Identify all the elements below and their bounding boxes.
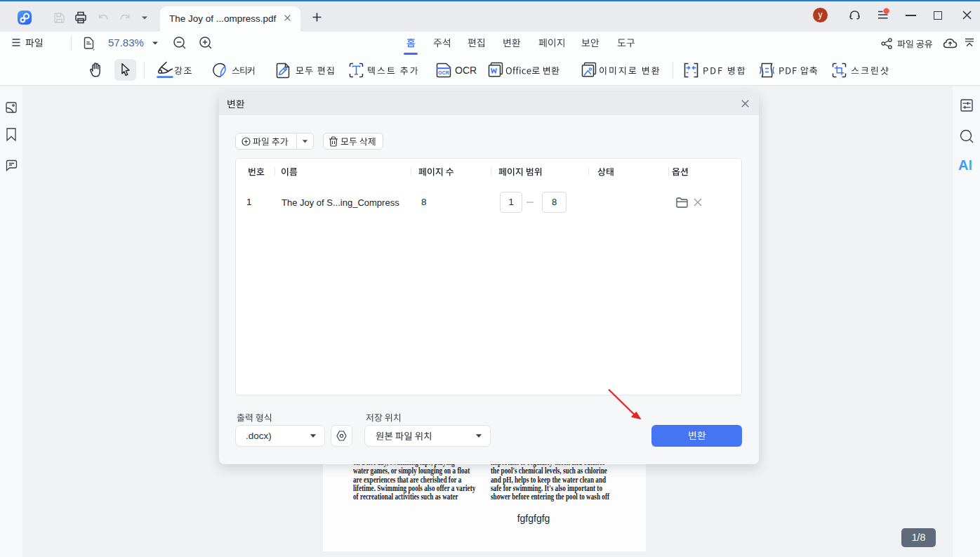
svg-text:AI: AI [958, 157, 972, 173]
svg-text:OCR: OCR [438, 70, 449, 75]
